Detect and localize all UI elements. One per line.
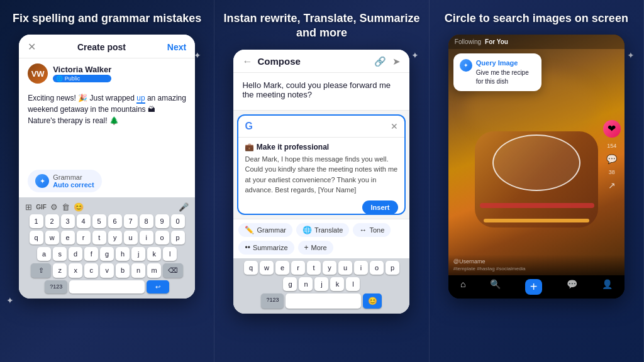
user-badge[interactable]: 🌐 Public (53, 75, 111, 82)
grammar-chip[interactable]: ✏️ Grammar (238, 223, 292, 237)
translate-chip[interactable]: 🌐 Translate (296, 223, 349, 237)
key-7[interactable]: 7 (124, 214, 138, 228)
following-tab[interactable]: Following (455, 38, 481, 45)
key-q[interactable]: q (30, 231, 43, 244)
key-m[interactable]: m (147, 263, 161, 278)
share-icon[interactable]: ↗ (608, 180, 616, 190)
mic-icon[interactable]: 🎤 (179, 202, 189, 212)
return-key[interactable]: ↩ (147, 280, 169, 293)
ai-close-button[interactable]: ✕ (391, 121, 398, 131)
key-h[interactable]: h (116, 247, 130, 261)
key-6[interactable]: 6 (108, 214, 122, 228)
link-icon[interactable]: 🔗 (374, 56, 386, 67)
key-n[interactable]: n (131, 263, 145, 278)
summarize-chip[interactable]: •• Summarize (238, 241, 294, 255)
key-5[interactable]: 5 (92, 214, 106, 228)
key-g[interactable]: g (100, 247, 114, 261)
tiktok-feed-image[interactable]: Following For You ✦ Query Image Give me … (448, 35, 625, 275)
ck-l2[interactable]: l (346, 277, 360, 291)
key-4[interactable]: 4 (77, 214, 91, 228)
tiktok-nav-bar: ⌂ 🔍 + 💬 👤 (448, 275, 625, 299)
emoji-icon[interactable]: 😊 (74, 202, 84, 212)
key-i[interactable]: i (140, 231, 153, 244)
key-u[interactable]: u (124, 231, 138, 244)
key-r[interactable]: r (77, 231, 91, 244)
ck-w[interactable]: w (260, 261, 274, 275)
num-switch-key[interactable]: ?123 (45, 280, 67, 293)
key-t[interactable]: t (92, 231, 106, 244)
key-1[interactable]: 1 (30, 214, 43, 228)
key-e[interactable]: e (61, 231, 75, 244)
space-key[interactable] (69, 280, 145, 293)
keyboard-grid-icon[interactable]: ⊞ (25, 202, 32, 212)
tone-chip-icon: ↔ (359, 226, 367, 234)
comment-icon[interactable]: 💬 (606, 154, 617, 164)
key-2[interactable]: 2 (45, 214, 59, 228)
compose-emoji[interactable]: 😊 (363, 293, 382, 309)
tone-chip[interactable]: ↔ Tone (353, 223, 391, 237)
ck-e[interactable]: e (275, 261, 289, 275)
discover-icon[interactable]: 🔍 (490, 279, 501, 295)
key-l[interactable]: l (163, 247, 177, 261)
inbox-icon[interactable]: 💬 (567, 279, 577, 295)
key-o[interactable]: o (155, 231, 169, 244)
compose-space[interactable] (286, 293, 361, 309)
create-post-header: ✕ Create post Next (19, 35, 195, 58)
circle-search-overlay[interactable] (492, 134, 580, 191)
keyboard[interactable]: ⊞ GIF ⚙ 🗑 😊 🎤 1 2 3 4 5 6 7 8 9 0 (19, 197, 195, 299)
key-d[interactable]: d (69, 247, 82, 261)
more-chip[interactable]: + More (298, 241, 333, 255)
key-p[interactable]: p (171, 231, 185, 244)
ck-u[interactable]: u (338, 261, 352, 275)
compose-num-switch[interactable]: ?123 (261, 293, 284, 309)
back-button[interactable]: ← (242, 56, 252, 67)
key-v[interactable]: v (100, 263, 114, 278)
ck-y[interactable]: y (323, 261, 336, 275)
key-c[interactable]: c (84, 263, 98, 278)
create-icon[interactable]: + (525, 279, 543, 295)
shift-key[interactable]: ⇧ (31, 263, 51, 278)
backspace-key[interactable]: ⌫ (163, 263, 183, 278)
ck-k2[interactable]: k (330, 277, 344, 291)
key-a[interactable]: a (37, 247, 51, 261)
key-f[interactable]: f (84, 247, 98, 261)
home-icon[interactable]: ⌂ (460, 279, 465, 295)
key-w[interactable]: w (45, 231, 59, 244)
delete-icon[interactable]: 🗑 (62, 202, 70, 212)
key-3[interactable]: 3 (61, 214, 75, 228)
key-b[interactable]: b (116, 263, 130, 278)
settings-icon[interactable]: ⚙ (50, 202, 58, 212)
key-j[interactable]: j (131, 247, 145, 261)
key-8[interactable]: 8 (140, 214, 153, 228)
profile-icon[interactable]: 👤 (602, 279, 613, 295)
key-9[interactable]: 9 (155, 214, 169, 228)
key-z[interactable]: z (53, 263, 67, 278)
next-button[interactable]: Next (167, 42, 186, 52)
key-y[interactable]: y (108, 231, 122, 244)
post-content[interactable]: Exciting news! 🎉 Just wrapped up an amaz… (19, 87, 195, 167)
ck-p[interactable]: p (386, 261, 399, 275)
ck-q[interactable]: q (244, 261, 258, 275)
ck-o[interactable]: o (370, 261, 384, 275)
ck-n[interactable]: n (299, 277, 313, 291)
ck-r[interactable]: r (291, 261, 305, 275)
ck-g[interactable]: g (283, 277, 297, 291)
key-s[interactable]: s (53, 247, 67, 261)
ck-t[interactable]: t (307, 261, 321, 275)
close-icon[interactable]: ✕ (28, 41, 36, 53)
panel-compose: Instan rewrite, Translate, Summarize and… (214, 0, 429, 362)
panel-compose-title: Instan rewrite, Translate, Summarize and… (221, 11, 422, 41)
ck-i[interactable]: i (354, 261, 368, 275)
for-you-tab[interactable]: For You (485, 38, 508, 45)
gif-button[interactable]: GIF (36, 204, 47, 211)
grammar-bubble[interactable]: ✦ GrammarAuto correct (28, 170, 101, 192)
like-button[interactable]: ❤ (603, 120, 621, 138)
send-icon[interactable]: ➤ (392, 56, 401, 67)
ck-j[interactable]: j (314, 277, 328, 291)
asdf-row: asdfghjkl (21, 247, 192, 261)
compose-text-area[interactable]: Hello Mark, could you please forward me … (233, 73, 409, 111)
insert-button[interactable]: Insert (362, 200, 399, 214)
key-0[interactable]: 0 (171, 214, 185, 228)
key-x[interactable]: x (69, 263, 82, 278)
key-k[interactable]: k (147, 247, 161, 261)
